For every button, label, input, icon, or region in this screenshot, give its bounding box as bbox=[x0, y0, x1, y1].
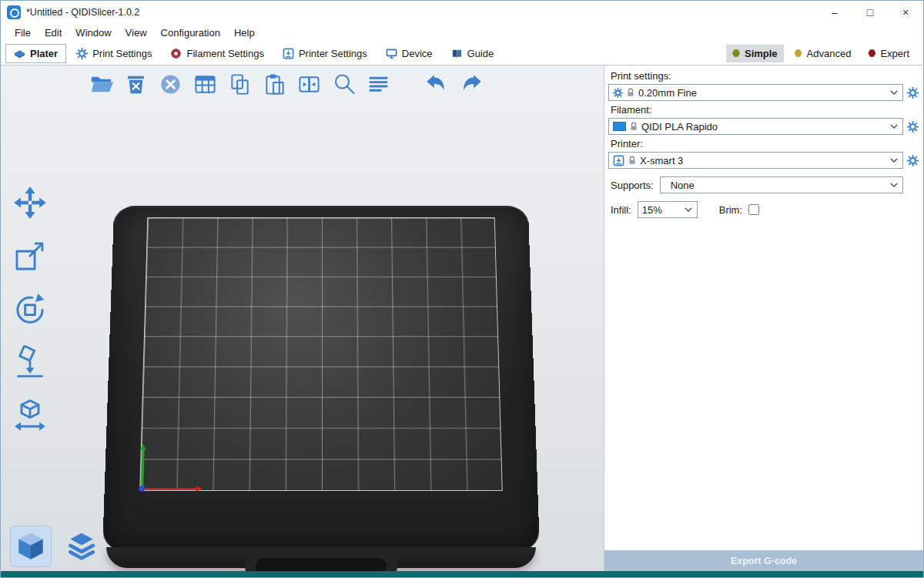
plater-icon bbox=[14, 48, 25, 59]
chevron-down-icon bbox=[685, 207, 692, 212]
settings-sidebar: Print settings: 0.20mm Fine Filament: QI… bbox=[604, 66, 923, 571]
gear-icon bbox=[907, 87, 919, 99]
filament-icon bbox=[170, 48, 182, 59]
mode-label: Simple bbox=[745, 48, 778, 59]
redo-button[interactable] bbox=[454, 67, 488, 101]
mode-advanced[interactable]: Advanced bbox=[788, 45, 858, 62]
arrange-button[interactable] bbox=[188, 67, 223, 101]
measure-tool-button[interactable] bbox=[8, 395, 52, 435]
tab-plater[interactable]: Plater bbox=[5, 44, 66, 63]
gear-icon bbox=[613, 88, 623, 98]
tab-label: Printer Settings bbox=[299, 48, 367, 59]
app-window: *Untitled - QIDISlicer-1.0.2 – □ × File … bbox=[0, 0, 924, 578]
printer-row: X-smart 3 bbox=[608, 152, 922, 169]
search-icon bbox=[332, 72, 357, 96]
tab-device[interactable]: Device bbox=[377, 44, 441, 63]
menu-view[interactable]: View bbox=[119, 25, 154, 40]
scale-icon bbox=[13, 239, 47, 273]
print-bed[interactable] bbox=[102, 172, 540, 571]
z-axis-indicator bbox=[139, 486, 145, 492]
place-on-face-icon bbox=[13, 345, 47, 379]
tab-print-settings[interactable]: Print Settings bbox=[68, 44, 160, 63]
printer-icon bbox=[613, 155, 624, 166]
print-settings-value: 0.20mm Fine bbox=[638, 87, 697, 99]
move-tool-button[interactable] bbox=[8, 183, 52, 223]
export-gcode-button[interactable]: Export G-code bbox=[604, 550, 923, 571]
move-icon bbox=[13, 186, 47, 220]
paste-icon bbox=[263, 72, 286, 96]
brim-label: Brim: bbox=[719, 204, 742, 216]
tab-label: Print Settings bbox=[92, 48, 152, 59]
menu-edit[interactable]: Edit bbox=[38, 25, 69, 40]
layers-button[interactable] bbox=[361, 67, 396, 101]
main-area: Print settings: 0.20mm Fine Filament: QI… bbox=[1, 66, 923, 571]
printer-combo[interactable]: X-smart 3 bbox=[608, 152, 903, 169]
edit-filament-button[interactable] bbox=[903, 118, 922, 135]
split-button[interactable] bbox=[292, 67, 326, 101]
paste-button[interactable] bbox=[257, 67, 292, 101]
object-toolbar bbox=[84, 67, 488, 101]
3d-view-cube-icon bbox=[15, 530, 47, 563]
tab-label: Plater bbox=[30, 48, 58, 59]
close-button[interactable]: × bbox=[888, 1, 923, 24]
layers-stack-icon bbox=[65, 530, 98, 563]
copy-button[interactable] bbox=[223, 67, 257, 101]
gear-icon bbox=[907, 121, 919, 133]
menu-help[interactable]: Help bbox=[227, 25, 262, 40]
view-toolbar bbox=[10, 526, 102, 567]
gizmo-toolbar bbox=[8, 183, 52, 435]
mode-label: Expert bbox=[880, 48, 909, 59]
search-button[interactable] bbox=[326, 67, 361, 101]
arrange-icon bbox=[193, 72, 217, 96]
gear-icon bbox=[76, 48, 88, 59]
mode-simple[interactable]: Simple bbox=[726, 45, 784, 62]
print-settings-combo[interactable]: 0.20mm Fine bbox=[608, 84, 903, 101]
filament-label: Filament: bbox=[611, 104, 922, 116]
menu-configuration[interactable]: Configuration bbox=[154, 25, 227, 40]
preview-layers-button[interactable] bbox=[61, 526, 102, 567]
guide-icon bbox=[451, 48, 463, 59]
filament-color-swatch bbox=[613, 122, 626, 131]
3d-editor-view-button[interactable] bbox=[10, 526, 52, 567]
delete-all-button[interactable] bbox=[153, 67, 188, 101]
supports-label: Supports: bbox=[611, 180, 654, 191]
filament-value: QIDI PLA Rapido bbox=[641, 121, 718, 133]
rotate-tool-button[interactable] bbox=[8, 289, 52, 329]
edit-print-settings-button[interactable] bbox=[903, 84, 922, 101]
copy-icon bbox=[228, 72, 252, 96]
filament-row: QIDI PLA Rapido bbox=[608, 118, 922, 135]
brim-checkbox[interactable] bbox=[748, 204, 759, 215]
supports-row: Supports: None bbox=[611, 176, 922, 193]
3d-viewport[interactable] bbox=[1, 66, 604, 571]
mode-expert[interactable]: Expert bbox=[862, 45, 916, 62]
scale-tool-button[interactable] bbox=[8, 236, 52, 276]
printer-value: X-smart 3 bbox=[640, 155, 683, 166]
open-folder-button[interactable] bbox=[84, 67, 119, 101]
printer-icon bbox=[283, 48, 294, 59]
split-icon bbox=[297, 72, 321, 96]
menu-window[interactable]: Window bbox=[69, 25, 118, 40]
infill-brim-row: Infill: 15% Brim: bbox=[611, 201, 922, 218]
tab-guide[interactable]: Guide bbox=[443, 44, 503, 63]
maximize-button[interactable]: □ bbox=[852, 1, 888, 24]
place-on-face-tool-button[interactable] bbox=[8, 342, 52, 382]
undo-button[interactable] bbox=[419, 67, 454, 101]
chevron-down-icon bbox=[890, 158, 898, 163]
redo-icon bbox=[458, 71, 484, 97]
delete-button[interactable] bbox=[119, 67, 153, 101]
tab-label: Device bbox=[402, 48, 433, 59]
mode-selector: Simple Advanced Expert bbox=[726, 45, 916, 62]
filament-combo[interactable]: QIDI PLA Rapido bbox=[608, 118, 903, 135]
advanced-mode-dot-icon bbox=[795, 49, 802, 57]
tab-filament-settings[interactable]: Filament Settings bbox=[162, 44, 272, 63]
tab-printer-settings[interactable]: Printer Settings bbox=[274, 44, 376, 63]
minimize-button[interactable]: – bbox=[817, 1, 852, 24]
titlebar: *Untitled - QIDISlicer-1.0.2 – □ × bbox=[1, 1, 923, 24]
chevron-down-icon bbox=[890, 183, 898, 187]
x-axis-indicator bbox=[141, 488, 196, 490]
supports-value: None bbox=[671, 180, 695, 191]
infill-combo[interactable]: 15% bbox=[638, 201, 698, 218]
edit-printer-button[interactable] bbox=[903, 152, 922, 169]
supports-combo[interactable]: None bbox=[660, 176, 903, 193]
menu-file[interactable]: File bbox=[8, 25, 38, 40]
